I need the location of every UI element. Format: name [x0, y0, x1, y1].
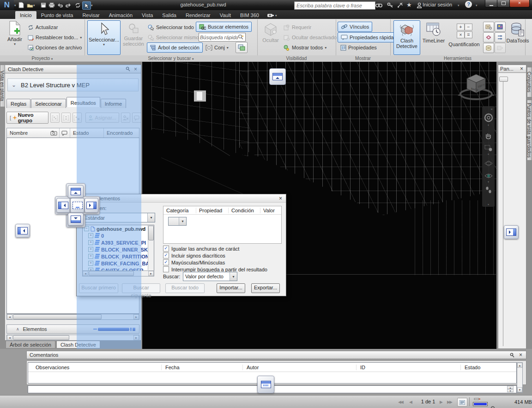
- compare-button[interactable]: [483, 43, 494, 53]
- look-eye-icon[interactable]: [484, 172, 493, 180]
- dock-guide-cross-center[interactable]: [70, 198, 85, 213]
- conditions-table[interactable]: Categoría Propiedad Condición Valor ▾: [163, 206, 282, 244]
- tab-animacion[interactable]: Animación: [104, 11, 137, 19]
- open-file-button[interactable]: [26, 1, 34, 9]
- select-same-button[interactable]: Seleccionar mismo▾: [148, 33, 203, 42]
- open-dropdown-icon[interactable]: ▾: [33, 4, 35, 7]
- comment-column-icon[interactable]: [61, 131, 68, 136]
- unhide-all-button[interactable]: Mostrar todos▾: [284, 43, 326, 52]
- comments-pin-icon[interactable]: [509, 353, 514, 358]
- pan-panel-close-icon[interactable]: ×: [519, 66, 524, 72]
- col-id[interactable]: ID: [357, 365, 461, 370]
- tab-conjuntos[interactable]: Conjuntos: [527, 67, 532, 97]
- prev-sheet-button[interactable]: ◀: [409, 400, 411, 404]
- col-valor[interactable]: Valor: [260, 208, 275, 213]
- group-items-button[interactable]: [50, 113, 60, 123]
- search-binoculars-icon[interactable]: [375, 1, 383, 9]
- select-tool-button[interactable]: [82, 1, 91, 10]
- tab-puntos-de-vista-guardados[interactable]: Puntos de vista guardados: [527, 100, 532, 161]
- export-button[interactable]: Exportar...: [251, 283, 280, 293]
- clash-tab-seleccionar[interactable]: Seleccionar: [31, 99, 66, 108]
- subscription-key-icon[interactable]: [386, 1, 394, 9]
- dock-guide-left[interactable]: [15, 224, 30, 238]
- navbar-dropdown-icon[interactable]: ▾: [488, 123, 489, 126]
- quantification-button[interactable]: +− ×= Quantification: [446, 20, 482, 55]
- col-categoria[interactable]: Categoría: [163, 208, 196, 213]
- refresh-model-button[interactable]: Actualizar: [28, 23, 58, 31]
- timeliner-button[interactable]: TimeLiner: [420, 20, 447, 55]
- save-button[interactable]: [39, 1, 47, 9]
- check-match-char-widths[interactable]: ✓ Igualar las anchuras de caráct: [163, 246, 239, 252]
- category-row-combo[interactable]: ▾: [168, 217, 187, 226]
- import-button[interactable]: Importar...: [217, 283, 245, 293]
- quick-find-input[interactable]: Búsqueda rápida: [199, 33, 246, 42]
- hide-unselected-button[interactable]: Ocultar desactivado: [284, 33, 337, 42]
- scripter-button[interactable]: [495, 22, 506, 32]
- dock-guide-bottom[interactable]: [257, 376, 274, 393]
- maximize-button[interactable]: [497, 0, 510, 7]
- new-group-button[interactable]: [ Nuevo grupo: [6, 112, 48, 124]
- items-collapse-icon[interactable]: ∧: [16, 327, 19, 331]
- checkbox-checked-icon[interactable]: ✓: [163, 246, 169, 252]
- signin-dropdown-icon[interactable]: ▾: [458, 4, 459, 7]
- comments-scroll-down-icon[interactable]: ▾: [517, 387, 522, 392]
- sets-dropdown[interactable]: Conj▾: [206, 43, 229, 52]
- add-file-button[interactable]: Añadir ▾: [4, 20, 26, 55]
- col-fecha[interactable]: Fecha: [162, 365, 243, 370]
- check-case[interactable]: ✓ Mayúsculas/Minúsculas: [163, 259, 225, 265]
- checkbox-unchecked-icon[interactable]: [163, 266, 169, 272]
- redo-icon[interactable]: [64, 1, 72, 9]
- tab-revisar[interactable]: Revisar: [78, 11, 104, 19]
- check-diacritics[interactable]: ✓ Incluir signos diacríticos: [163, 252, 225, 258]
- save-selection-button[interactable]: Guardar selección: [121, 20, 145, 55]
- find-all-button[interactable]: Buscar todo: [165, 283, 205, 293]
- signin-button[interactable]: Iniciar sesión: [423, 2, 452, 7]
- reset-all-button[interactable]: Restablecer todo...▾: [28, 33, 82, 42]
- col-observaciones[interactable]: Observaciones: [28, 365, 162, 370]
- dock-guide-cross-bottom[interactable]: [68, 213, 84, 226]
- checkbox-checked-icon[interactable]: ✓: [163, 259, 169, 265]
- datatools-button[interactable]: DataTools: [505, 20, 530, 55]
- hide-button[interactable]: Ocultar: [260, 20, 282, 55]
- find-items-button[interactable]: Buscar elementos: [196, 22, 252, 32]
- col-condicion[interactable]: Condición: [229, 208, 260, 213]
- steering-wheel-icon[interactable]: [484, 113, 493, 122]
- col-autor[interactable]: Autor: [243, 365, 357, 370]
- print-button[interactable]: [48, 1, 55, 9]
- help-button[interactable]: ?: [465, 1, 472, 8]
- properties-button[interactable]: Propiedades: [340, 43, 377, 52]
- search-mode-combo[interactable]: Valor por defecto ▾: [183, 272, 237, 281]
- dock-guide-cross-right[interactable]: [85, 198, 98, 213]
- slider-handle[interactable]: [499, 77, 508, 82]
- file-options-button[interactable]: Opciones de archivo: [28, 43, 82, 52]
- dock-guide-cross-left[interactable]: [56, 198, 70, 213]
- scroll-left-icon[interactable]: ◂: [7, 314, 12, 319]
- minimize-button[interactable]: [485, 0, 498, 7]
- links-button[interactable]: Vínculos: [338, 22, 372, 32]
- pan-hand-icon[interactable]: [484, 132, 493, 141]
- comments-vscrollbar[interactable]: ▴ ▾: [517, 362, 523, 393]
- application-menu-button[interactable]: N: [0, 0, 14, 10]
- navbar-close-icon[interactable]: ×: [489, 106, 495, 112]
- favorites-star-icon[interactable]: ★: [406, 1, 412, 8]
- select-big-button[interactable]: Seleccionar... ▾: [87, 20, 121, 55]
- col-estado[interactable]: Estado: [461, 365, 480, 370]
- clash-tab-reglas[interactable]: Reglas: [6, 99, 30, 108]
- walk-footsteps-icon[interactable]: [484, 186, 493, 194]
- next-sheet-button[interactable]: ▶: [440, 400, 442, 404]
- close-button[interactable]: ×: [509, 0, 530, 7]
- tree-vscrollbar[interactable]: [148, 225, 154, 270]
- tab-renderizar[interactable]: Renderizar: [181, 11, 215, 19]
- viewcube[interactable]: BACK LEFT: [457, 70, 495, 102]
- new-file-button[interactable]: [17, 1, 25, 9]
- ribbon-display-menu[interactable]: ▾: [264, 13, 281, 19]
- dock-guide-top[interactable]: [269, 68, 286, 85]
- tab-vista[interactable]: Vista: [137, 11, 157, 19]
- orbit-icon[interactable]: [484, 159, 493, 168]
- col-propiedad[interactable]: Propiedad: [196, 208, 229, 213]
- tree-scroll-right-icon[interactable]: ▸: [148, 271, 154, 276]
- select-all-button[interactable]: Seleccionar todo▾: [148, 23, 198, 31]
- dock-guide-right[interactable]: [504, 225, 519, 239]
- checkbox-checked-icon[interactable]: ✓: [163, 252, 169, 258]
- search-mode-dropdown-icon[interactable]: ▾: [230, 272, 237, 281]
